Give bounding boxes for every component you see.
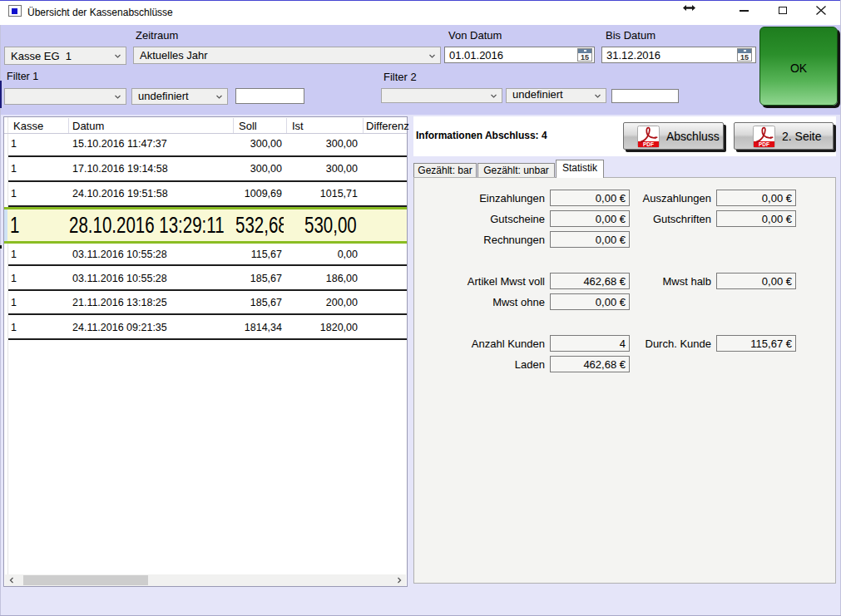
svg-text:PDF: PDF [759, 141, 769, 147]
svg-text:PDF: PDF [643, 141, 654, 147]
